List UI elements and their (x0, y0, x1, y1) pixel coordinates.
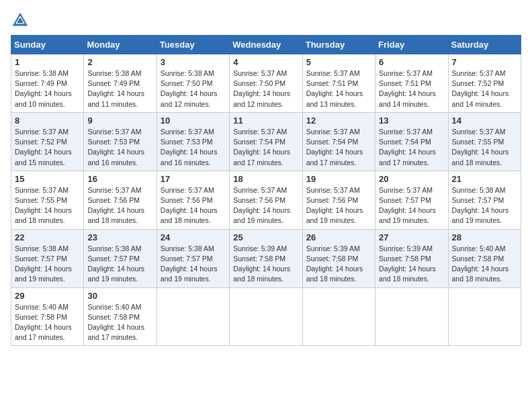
cell-info: Sunrise: 5:37 AMSunset: 7:56 PMDaylight:… (161, 185, 226, 226)
day-number: 28 (452, 232, 517, 242)
day-number: 23 (87, 232, 152, 242)
week-row-1: 1Sunrise: 5:38 AMSunset: 7:49 PMDaylight… (11, 54, 521, 113)
cell-info: Sunrise: 5:39 AMSunset: 7:58 PMDaylight:… (233, 244, 298, 285)
header (11, 11, 521, 30)
cell-info: Sunrise: 5:37 AMSunset: 7:55 PMDaylight:… (452, 127, 517, 168)
calendar-cell: 7Sunrise: 5:37 AMSunset: 7:52 PMDaylight… (448, 54, 521, 113)
cell-info: Sunrise: 5:37 AMSunset: 7:55 PMDaylight:… (15, 185, 80, 226)
column-header-thursday: Thursday (302, 36, 375, 54)
cell-info: Sunrise: 5:37 AMSunset: 7:53 PMDaylight:… (87, 127, 152, 168)
cell-info: Sunrise: 5:38 AMSunset: 7:49 PMDaylight:… (87, 68, 152, 109)
cell-info: Sunrise: 5:37 AMSunset: 7:54 PMDaylight:… (379, 127, 444, 168)
day-number: 12 (306, 116, 371, 126)
cell-info: Sunrise: 5:38 AMSunset: 7:57 PMDaylight:… (452, 185, 517, 226)
cell-info: Sunrise: 5:40 AMSunset: 7:58 PMDaylight:… (87, 302, 152, 343)
cell-info: Sunrise: 5:37 AMSunset: 7:56 PMDaylight:… (233, 185, 298, 226)
cell-info: Sunrise: 5:37 AMSunset: 7:51 PMDaylight:… (306, 68, 371, 109)
calendar-cell: 19Sunrise: 5:37 AMSunset: 7:56 PMDayligh… (302, 171, 375, 229)
cell-info: Sunrise: 5:38 AMSunset: 7:49 PMDaylight:… (15, 68, 80, 109)
column-header-monday: Monday (84, 36, 157, 54)
calendar-cell: 27Sunrise: 5:39 AMSunset: 7:58 PMDayligh… (375, 229, 448, 287)
calendar-cell: 4Sunrise: 5:37 AMSunset: 7:50 PMDaylight… (230, 54, 302, 113)
calendar-cell: 1Sunrise: 5:38 AMSunset: 7:49 PMDaylight… (11, 54, 84, 113)
day-number: 18 (233, 174, 298, 184)
logo (11, 11, 32, 30)
cell-info: Sunrise: 5:37 AMSunset: 7:57 PMDaylight:… (379, 185, 444, 226)
calendar-cell: 3Sunrise: 5:38 AMSunset: 7:50 PMDaylight… (157, 54, 229, 113)
day-number: 7 (452, 57, 517, 67)
cell-info: Sunrise: 5:37 AMSunset: 7:52 PMDaylight:… (15, 127, 80, 168)
day-number: 11 (233, 116, 298, 126)
cell-info: Sunrise: 5:37 AMSunset: 7:56 PMDaylight:… (87, 185, 152, 226)
calendar-cell: 23Sunrise: 5:38 AMSunset: 7:57 PMDayligh… (84, 229, 157, 287)
column-header-tuesday: Tuesday (157, 36, 229, 54)
calendar-cell: 15Sunrise: 5:37 AMSunset: 7:55 PMDayligh… (11, 171, 84, 229)
day-number: 21 (452, 174, 517, 184)
cell-info: Sunrise: 5:37 AMSunset: 7:50 PMDaylight:… (233, 68, 298, 109)
logo-icon (11, 11, 30, 30)
day-number: 24 (161, 232, 226, 242)
cell-info: Sunrise: 5:40 AMSunset: 7:58 PMDaylight:… (452, 244, 517, 285)
day-number: 25 (233, 232, 298, 242)
day-number: 22 (15, 232, 80, 242)
day-number: 16 (87, 174, 152, 184)
day-number: 10 (161, 116, 226, 126)
cell-info: Sunrise: 5:39 AMSunset: 7:58 PMDaylight:… (379, 244, 444, 285)
column-header-saturday: Saturday (448, 36, 521, 54)
column-header-wednesday: Wednesday (230, 36, 302, 54)
day-number: 30 (87, 291, 152, 301)
calendar-cell (230, 287, 302, 346)
calendar-cell: 9Sunrise: 5:37 AMSunset: 7:53 PMDaylight… (84, 112, 157, 171)
day-number: 5 (306, 57, 371, 67)
calendar-cell (302, 287, 375, 346)
calendar-cell: 22Sunrise: 5:38 AMSunset: 7:57 PMDayligh… (11, 229, 84, 287)
column-header-friday: Friday (375, 36, 448, 54)
week-row-4: 22Sunrise: 5:38 AMSunset: 7:57 PMDayligh… (11, 229, 521, 287)
calendar-cell: 20Sunrise: 5:37 AMSunset: 7:57 PMDayligh… (375, 171, 448, 229)
calendar-cell: 24Sunrise: 5:38 AMSunset: 7:57 PMDayligh… (157, 229, 229, 287)
cell-info: Sunrise: 5:37 AMSunset: 7:53 PMDaylight:… (161, 127, 226, 168)
calendar-cell: 25Sunrise: 5:39 AMSunset: 7:58 PMDayligh… (230, 229, 302, 287)
calendar-cell: 28Sunrise: 5:40 AMSunset: 7:58 PMDayligh… (448, 229, 521, 287)
calendar-cell (448, 287, 521, 346)
calendar-cell: 2Sunrise: 5:38 AMSunset: 7:49 PMDaylight… (84, 54, 157, 113)
cell-info: Sunrise: 5:38 AMSunset: 7:50 PMDaylight:… (161, 68, 226, 109)
day-number: 6 (379, 57, 444, 67)
calendar-cell: 26Sunrise: 5:39 AMSunset: 7:58 PMDayligh… (302, 229, 375, 287)
week-row-5: 29Sunrise: 5:40 AMSunset: 7:58 PMDayligh… (11, 287, 521, 346)
day-number: 9 (87, 116, 152, 126)
day-number: 1 (15, 57, 80, 67)
day-number: 20 (379, 174, 444, 184)
day-number: 15 (15, 174, 80, 184)
day-number: 2 (87, 57, 152, 67)
calendar-cell (375, 287, 448, 346)
cell-info: Sunrise: 5:38 AMSunset: 7:57 PMDaylight:… (15, 244, 80, 285)
calendar-cell: 12Sunrise: 5:37 AMSunset: 7:54 PMDayligh… (302, 112, 375, 171)
cell-info: Sunrise: 5:37 AMSunset: 7:54 PMDaylight:… (306, 127, 371, 168)
calendar-cell: 5Sunrise: 5:37 AMSunset: 7:51 PMDaylight… (302, 54, 375, 113)
calendar-cell: 10Sunrise: 5:37 AMSunset: 7:53 PMDayligh… (157, 112, 229, 171)
calendar-cell: 8Sunrise: 5:37 AMSunset: 7:52 PMDaylight… (11, 112, 84, 171)
calendar-cell: 11Sunrise: 5:37 AMSunset: 7:54 PMDayligh… (230, 112, 302, 171)
day-number: 29 (15, 291, 80, 301)
calendar-cell: 18Sunrise: 5:37 AMSunset: 7:56 PMDayligh… (230, 171, 302, 229)
cell-info: Sunrise: 5:37 AMSunset: 7:54 PMDaylight:… (233, 127, 298, 168)
calendar-cell: 14Sunrise: 5:37 AMSunset: 7:55 PMDayligh… (448, 112, 521, 171)
week-row-2: 8Sunrise: 5:37 AMSunset: 7:52 PMDaylight… (11, 112, 521, 171)
week-row-3: 15Sunrise: 5:37 AMSunset: 7:55 PMDayligh… (11, 171, 521, 229)
day-number: 17 (161, 174, 226, 184)
day-number: 4 (233, 57, 298, 67)
calendar-table: SundayMondayTuesdayWednesdayThursdayFrid… (11, 35, 521, 346)
cell-info: Sunrise: 5:38 AMSunset: 7:57 PMDaylight:… (87, 244, 152, 285)
calendar-cell: 13Sunrise: 5:37 AMSunset: 7:54 PMDayligh… (375, 112, 448, 171)
cell-info: Sunrise: 5:37 AMSunset: 7:52 PMDaylight:… (452, 68, 517, 109)
day-number: 27 (379, 232, 444, 242)
calendar-cell: 6Sunrise: 5:37 AMSunset: 7:51 PMDaylight… (375, 54, 448, 113)
calendar-header-row: SundayMondayTuesdayWednesdayThursdayFrid… (11, 36, 521, 54)
cell-info: Sunrise: 5:37 AMSunset: 7:56 PMDaylight:… (306, 185, 371, 226)
cell-info: Sunrise: 5:37 AMSunset: 7:51 PMDaylight:… (379, 68, 444, 109)
calendar-cell: 16Sunrise: 5:37 AMSunset: 7:56 PMDayligh… (84, 171, 157, 229)
calendar-cell (157, 287, 229, 346)
day-number: 14 (452, 116, 517, 126)
column-header-sunday: Sunday (11, 36, 84, 54)
